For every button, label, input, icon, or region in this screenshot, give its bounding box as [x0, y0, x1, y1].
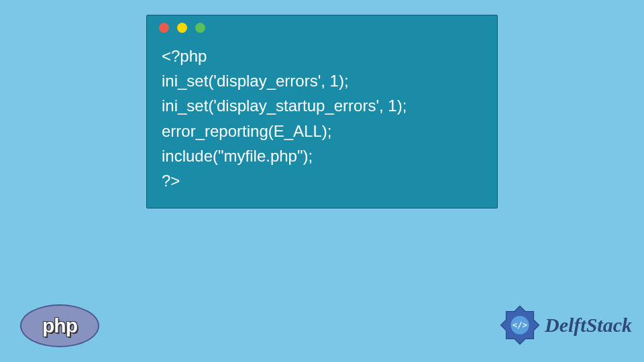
minimize-icon[interactable] [177, 23, 187, 33]
code-line: ini_set('display_errors', 1); [162, 72, 349, 90]
brand-gear-icon: </> [499, 304, 541, 346]
code-line: ini_set('display_startup_errors', 1); [162, 97, 407, 115]
php-logo-ellipse: php [20, 304, 99, 347]
window-titlebar [147, 15, 497, 40]
brand-name: DelftStack [545, 314, 632, 337]
svg-text:</>: </> [513, 320, 527, 330]
code-line: include("myfile.php"); [162, 147, 313, 165]
close-icon[interactable] [159, 23, 169, 33]
code-body: <?php ini_set('display_errors', 1); ini_… [147, 40, 497, 208]
php-logo: php [20, 304, 99, 347]
brand: </> DelftStack [499, 304, 632, 346]
code-window: <?php ini_set('display_errors', 1); ini_… [146, 15, 498, 208]
code-line: <?php [162, 47, 207, 65]
code-line: error_reporting(E_ALL); [162, 122, 331, 140]
zoom-icon[interactable] [195, 23, 205, 33]
php-logo-text: php [42, 314, 77, 337]
code-line: ?> [162, 172, 180, 190]
